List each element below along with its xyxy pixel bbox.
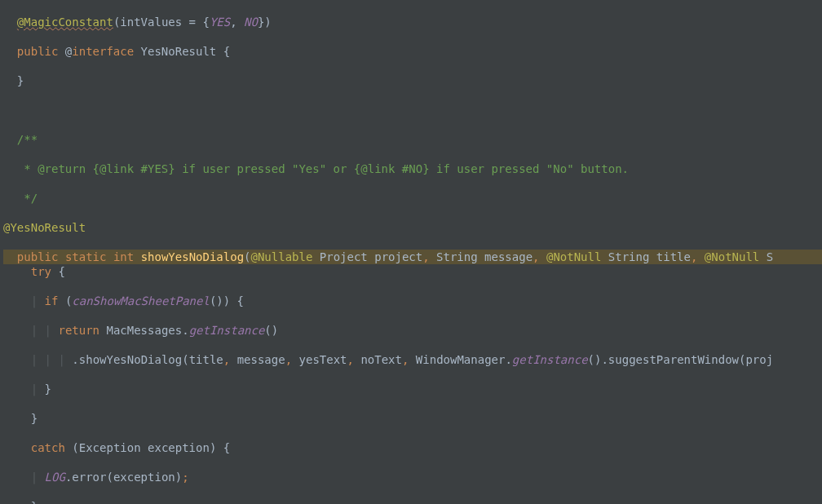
code-line[interactable]: try {: [3, 264, 822, 279]
code-line[interactable]: public @interface YesNoResult {: [3, 44, 822, 59]
code-line-highlighted[interactable]: public static int showYesNoDialog(@Nulla…: [3, 250, 822, 264]
code-line[interactable]: }: [3, 499, 822, 504]
code-line[interactable]: @YesNoResult: [3, 220, 822, 235]
code-line[interactable]: [3, 103, 822, 117]
code-editor[interactable]: @MagicConstant(intValues = {YES, NO}) pu…: [0, 0, 822, 504]
code-line[interactable]: | | return MacMessages.getInstance(): [3, 323, 822, 338]
code-line[interactable]: @MagicConstant(intValues = {YES, NO}): [3, 15, 822, 29]
code-line[interactable]: | }: [3, 382, 822, 396]
code-line[interactable]: catch (Exception exception) {: [3, 440, 822, 455]
code-line[interactable]: }: [3, 411, 822, 426]
code-line[interactable]: */: [3, 191, 822, 206]
code-line[interactable]: | if (canShowMacSheetPanel()) {: [3, 294, 822, 308]
code-line[interactable]: /**: [3, 132, 822, 147]
code-line[interactable]: | | | .showYesNoDialog(title, message, y…: [3, 352, 822, 367]
code-line[interactable]: * @return {@link #YES} if user pressed "…: [3, 161, 822, 176]
code-line[interactable]: | LOG.error(exception);: [3, 470, 822, 484]
code-line[interactable]: }: [3, 73, 822, 88]
